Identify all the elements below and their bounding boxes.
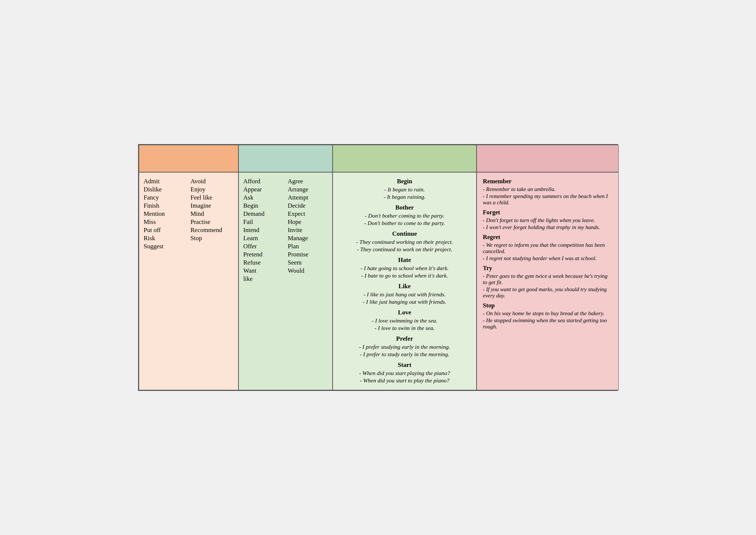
gerund-word: Recommend	[190, 226, 234, 234]
no-change-example: - I like just hanging out with friends.	[339, 299, 470, 305]
gerund-word: Risk	[144, 235, 187, 242]
infinitive-word: Afford	[243, 178, 284, 185]
gerund-word: Feel like	[190, 194, 234, 201]
change-example: - He stopped swimming when the sea start…	[483, 317, 612, 330]
infinitive-word: Fail	[243, 218, 284, 226]
change-example: - If you want to get good marks, you sho…	[483, 286, 612, 299]
change-example: - I remember spending my summers on the …	[483, 193, 612, 206]
no-change-example: - It began raining.	[339, 194, 470, 200]
gerund-word: Admit	[144, 178, 187, 185]
infinitive-word: Attempt	[288, 194, 328, 201]
infinitive-word: Ask	[243, 194, 284, 201]
gerund-word: Put off	[144, 226, 187, 234]
main-table: AdmitDislikeFancyFinishMentionMissPut of…	[138, 144, 618, 391]
infinitive-word: Would	[288, 267, 328, 275]
no-change-title: Like	[339, 283, 470, 290]
infinitive-word: Decide	[288, 202, 328, 209]
change-example: - I regret not studying harder when I wa…	[483, 255, 612, 262]
infinitive-word: Appear	[243, 186, 284, 193]
no-change-title: Prefer	[339, 335, 470, 343]
no-change-example: - When did you start playing the piano?	[339, 370, 470, 376]
infinitive-word: Invite	[288, 226, 328, 234]
change-example: - On his way home he stops to buy bread …	[483, 310, 612, 317]
no-change-example: - I love swimming in the sea.	[339, 317, 470, 324]
gerund-word: Finish	[144, 202, 187, 209]
gerund-word: Stop	[190, 235, 234, 242]
header-gerund	[139, 145, 238, 172]
gerund-col1: AdmitDislikeFancyFinishMentionMissPut of…	[144, 178, 187, 251]
no-change-title: Bother	[339, 204, 470, 211]
infinitive-word: Seem	[288, 259, 328, 266]
gerund-word: Enjoy	[190, 186, 234, 193]
infinitive-word: Learn	[243, 235, 284, 242]
gerund-word: Miss	[144, 218, 187, 226]
no-change-example: - I prefer studying early in the morning…	[339, 344, 470, 350]
gerund-word: Practise	[190, 218, 234, 226]
gerund-word: Avoid	[190, 178, 234, 185]
no-change-example: - They continued working on their projec…	[339, 239, 470, 245]
change-example: - Remember to take an umbrella.	[483, 186, 612, 192]
change-section: Stop- On his way home he stops to buy br…	[483, 302, 612, 330]
gerund-word: Mind	[190, 210, 234, 218]
body-gerund: AdmitDislikeFancyFinishMentionMissPut of…	[139, 172, 238, 390]
body-change-meaning: Remember- Remember to take an umbrella.-…	[477, 172, 619, 390]
infinitive-word: Arrange	[288, 186, 328, 193]
gerund-word: Suggest	[144, 243, 187, 250]
infinitive-col2: AgreeArrangeAttemptDecideExpectHopeInvit…	[288, 178, 328, 283]
header-inf-ger-no	[333, 145, 477, 172]
no-change-title: Love	[339, 309, 470, 316]
body-infinitive: AffordAppearAskBeginDemandFailIntendLear…	[238, 172, 333, 390]
no-change-example: - When did you start to play the piano?	[339, 377, 470, 384]
change-example: - I won't ever forget holding that troph…	[483, 224, 612, 231]
no-change-example: - I like to just hang out with friends.	[339, 291, 470, 298]
no-change-example: - I prefer to study early in the morning…	[339, 351, 470, 358]
infinitive-word: Agree	[288, 178, 328, 185]
infinitive-word: Offer	[243, 243, 284, 250]
gerund-word: Fancy	[144, 194, 187, 201]
change-title: Stop	[483, 302, 612, 309]
infinitive-word: Refuse	[243, 259, 284, 266]
gerund-word: Mention	[144, 210, 187, 218]
no-change-title: Start	[339, 361, 470, 369]
change-example: - Don't forget to turn off the lights wh…	[483, 217, 612, 224]
infinitive-word: Manage	[288, 235, 328, 242]
no-change-example: - I hate to go to school when it's dark.	[339, 272, 470, 279]
change-title: Remember	[483, 178, 612, 185]
change-section: Try- Peter goes to the gym twice a week …	[483, 265, 612, 299]
no-change-example: - They continued to work on their projec…	[339, 246, 470, 253]
change-section: Remember- Remember to take an umbrella.-…	[483, 178, 612, 206]
change-title: Try	[483, 265, 612, 272]
infinitive-word: Intend	[243, 226, 284, 234]
gerund-word: Dislike	[144, 186, 187, 193]
infinitive-col1: AffordAppearAskBeginDemandFailIntendLear…	[243, 178, 284, 283]
infinitive-word: Promise	[288, 251, 328, 258]
change-section: Forget- Don't forget to turn off the lig…	[483, 209, 612, 231]
body-no-change: Begin- It began to rain.- It began raini…	[333, 172, 477, 390]
change-example: - We regret to inform you that the compe…	[483, 242, 612, 255]
no-change-example: - I love to swim in the sea.	[339, 325, 470, 331]
infinitive-word: Plan	[288, 243, 328, 250]
infinitive-word: Begin	[243, 202, 284, 209]
infinitive-word: Expect	[288, 210, 328, 218]
infinitive-word: Pretend	[243, 251, 284, 258]
infinitive-word: Demand	[243, 210, 284, 218]
gerund-col2: AvoidEnjoyFeel likeImagineMindPractiseRe…	[190, 178, 234, 251]
no-change-example: - Don't bother to come to the party.	[339, 220, 470, 226]
no-change-title: Continue	[339, 230, 470, 238]
no-change-example: - It began to rain.	[339, 186, 470, 193]
header-inf-ger-change	[477, 145, 619, 172]
change-section: Regret- We regret to inform you that the…	[483, 234, 612, 262]
no-change-title: Hate	[339, 256, 470, 264]
change-example: - Peter goes to the gym twice a week bec…	[483, 273, 612, 286]
no-change-example: - Don't bother coming to the party.	[339, 212, 470, 219]
header-infinitive	[238, 145, 333, 172]
infinitive-word: Want	[243, 267, 284, 275]
change-title: Regret	[483, 234, 612, 241]
infinitive-word: Hope	[288, 218, 328, 226]
no-change-example: - I hate going to school when it's dark.	[339, 265, 470, 272]
infinitive-word: like	[243, 275, 284, 283]
change-title: Forget	[483, 209, 612, 216]
gerund-word: Imagine	[190, 202, 234, 209]
no-change-title: Begin	[339, 178, 470, 185]
